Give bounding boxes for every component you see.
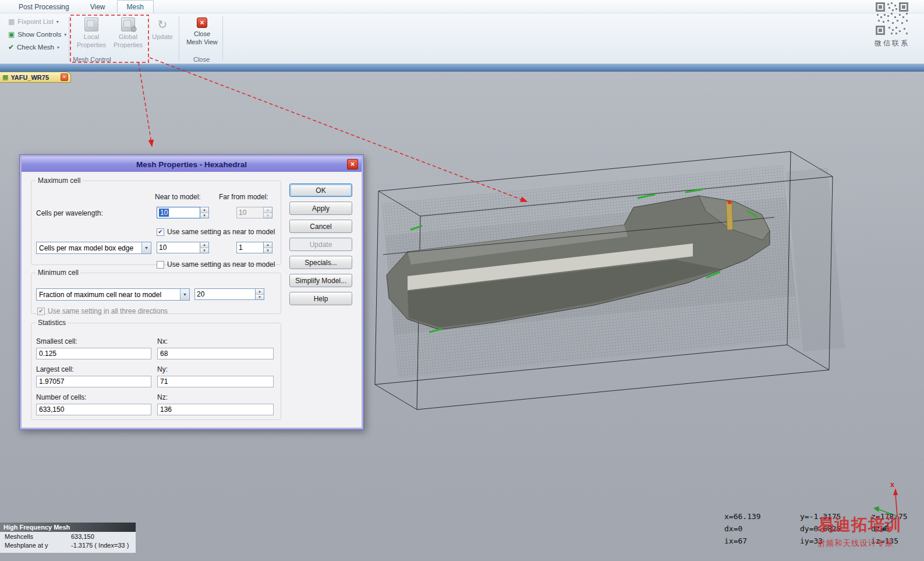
spin-down-icon[interactable]: ▼	[264, 248, 272, 253]
cancel-button[interactable]: Cancel	[289, 220, 352, 233]
ny-label: Ny:	[157, 365, 168, 373]
largest-cell-label: Largest cell:	[36, 365, 74, 373]
chevron-down-icon: ▾	[64, 32, 66, 37]
spinner-buttons[interactable]: ▲ ▼	[200, 242, 209, 253]
field-value: 136	[160, 405, 172, 414]
spin-down-icon[interactable]: ▼	[200, 248, 208, 253]
min-cell-value-input[interactable]: 20 ▲ ▼	[194, 288, 264, 300]
row-value: -1.3175 ( Index=33 )	[71, 542, 129, 549]
tab-mesh[interactable]: Mesh	[117, 0, 154, 13]
qr-code	[876, 2, 908, 35]
mesh-info-row: Meshcells 633,150	[0, 533, 136, 542]
field-value: 0.125	[39, 350, 56, 358]
specials-button[interactable]: Specials...	[289, 256, 352, 269]
group-legend: Statistics	[36, 319, 68, 327]
nx-value: 68	[157, 348, 274, 359]
group-separator	[179, 16, 179, 61]
input-value: 10	[159, 209, 169, 217]
dialog-titlebar[interactable]: Mesh Properties - Hexahedral ×	[22, 157, 362, 172]
ribbon: ▦ Fixpoint List ▾ ▣ Show Controls ▾ ✔ Ch…	[0, 13, 924, 64]
max-cell-definition-select[interactable]: Cells per max model box edge ▼	[36, 242, 151, 254]
button-label: Check Mesh	[17, 44, 54, 51]
document-tab-close-button[interactable]: ×	[61, 73, 68, 81]
box-edge-near-input[interactable]: 10 ▲ ▼	[157, 242, 209, 253]
global-properties-button[interactable]: ⚙ Global Properties	[114, 17, 142, 56]
spin-up-icon: ▲	[264, 207, 272, 213]
window-divider-bar	[0, 64, 924, 72]
spin-down-icon[interactable]: ▼	[200, 213, 208, 218]
watermark-subtitle: 射频和天线设计专家	[817, 538, 902, 549]
tab-post-processing[interactable]: Post Processing	[9, 1, 79, 13]
update-button: Update	[289, 238, 352, 251]
help-button[interactable]: Help	[289, 292, 352, 305]
dialog-body: Maximum cell Near to model: Far from mod…	[22, 172, 362, 428]
cells-per-wavelength-far-input: 10 ▲ ▼	[236, 207, 272, 218]
button-label: Fixpoint List	[17, 18, 53, 25]
input-value: 10	[239, 209, 246, 217]
spinner-buttons: ▲ ▼	[264, 207, 272, 218]
chevron-down-icon: ▾	[56, 19, 59, 24]
box-edge-far-input[interactable]: 1 ▲ ▼	[236, 242, 272, 253]
fixpoint-list-button[interactable]: ▦ Fixpoint List ▾	[8, 16, 59, 27]
dialog-close-button[interactable]: ×	[347, 159, 358, 170]
nz-label: Nz:	[157, 393, 168, 401]
select-value: Fraction of maximum cell near to model	[37, 291, 180, 299]
checkbox-label: Use same setting as near to model	[167, 228, 275, 236]
smallest-cell-label: Smallest cell:	[36, 337, 77, 345]
button-label: Mesh View	[186, 38, 218, 46]
refresh-icon: ↻	[158, 17, 168, 33]
far-from-model-header: Far from model:	[219, 193, 268, 201]
button-label: Local	[84, 33, 99, 41]
spin-up-icon[interactable]: ▲	[256, 289, 264, 295]
ok-button[interactable]: OK	[289, 184, 352, 197]
watermark-title: 易迪拓培训	[817, 514, 902, 536]
apply-button[interactable]: Apply	[289, 202, 352, 215]
tab-view[interactable]: View	[81, 1, 115, 13]
mesh-info-row: Meshplane at y -1.3175 ( Index=33 )	[0, 542, 136, 551]
same-setting-checkbox-row-2[interactable]: Use same setting as near to model	[157, 260, 275, 269]
checkbox-unchecked[interactable]	[157, 261, 164, 269]
local-properties-button[interactable]: Local Properties	[77, 17, 105, 56]
min-cell-definition-select[interactable]: Fraction of maximum cell near to model ▼	[36, 288, 190, 301]
checkbox-checked[interactable]: ✔	[157, 228, 164, 236]
spin-down-icon[interactable]: ▼	[256, 295, 264, 300]
group-separator	[222, 16, 223, 61]
simplify-model-button[interactable]: Simplify Model...	[289, 274, 352, 287]
same-setting-checkbox-row-1[interactable]: ✔ Use same setting as near to model	[157, 228, 275, 236]
local-properties-icon	[84, 17, 98, 31]
spinner-buttons[interactable]: ▲ ▼	[200, 207, 209, 218]
mesh-properties-dialog: Mesh Properties - Hexahedral × Maximum c…	[19, 154, 364, 430]
row-value: 633,150	[71, 533, 94, 540]
mesh-info-panel: High Frequency Mesh Meshcells 633,150 Me…	[0, 523, 136, 553]
checkbox-label: Use same setting as near to model	[167, 260, 275, 269]
statistics-group: Statistics Smallest cell: Nx: 0.125 68 L…	[31, 319, 281, 420]
close-mesh-view-button[interactable]: × Close Mesh View	[186, 17, 218, 56]
button-label: Properties	[77, 41, 106, 49]
spin-down-icon: ▼	[264, 213, 272, 218]
same-setting-all-directions-row: ✔ Use same setting in all three directio…	[37, 307, 168, 315]
combo-arrow-icon[interactable]: ▼	[141, 242, 151, 253]
spinner-buttons[interactable]: ▲ ▼	[256, 288, 264, 300]
group-separator	[69, 16, 69, 61]
group-legend: Maximum cell	[36, 177, 82, 185]
number-of-cells-value: 633,150	[36, 404, 151, 415]
button-label: Update	[152, 33, 172, 41]
cells-per-wavelength-label: Cells per wavelength:	[36, 209, 103, 217]
check-mesh-button[interactable]: ✔ Check Mesh ▾	[8, 42, 59, 52]
spin-up-icon[interactable]: ▲	[200, 242, 208, 248]
spin-up-icon[interactable]: ▲	[200, 207, 208, 213]
document-icon: ▦	[2, 74, 8, 80]
spin-up-icon[interactable]: ▲	[264, 242, 272, 248]
largest-cell-value: 1.97057	[36, 376, 151, 387]
document-tab[interactable]: ▦ YAFU_WR75 ×	[0, 72, 71, 83]
nx-label: Nx:	[157, 337, 168, 345]
checkbox-label: Use same setting in all three directions	[48, 307, 168, 315]
group-legend: Minimum cell	[36, 269, 80, 277]
button-label: Properties	[114, 41, 143, 49]
cells-per-wavelength-near-input[interactable]: 10 ▲ ▼	[157, 207, 209, 218]
combo-arrow-icon[interactable]: ▼	[180, 289, 189, 300]
show-controls-button[interactable]: ▣ Show Controls ▾	[8, 29, 66, 40]
update-mesh-button[interactable]: ↻ Update	[148, 17, 176, 56]
field-value: 633,150	[39, 405, 64, 414]
spinner-buttons[interactable]: ▲ ▼	[264, 242, 272, 253]
